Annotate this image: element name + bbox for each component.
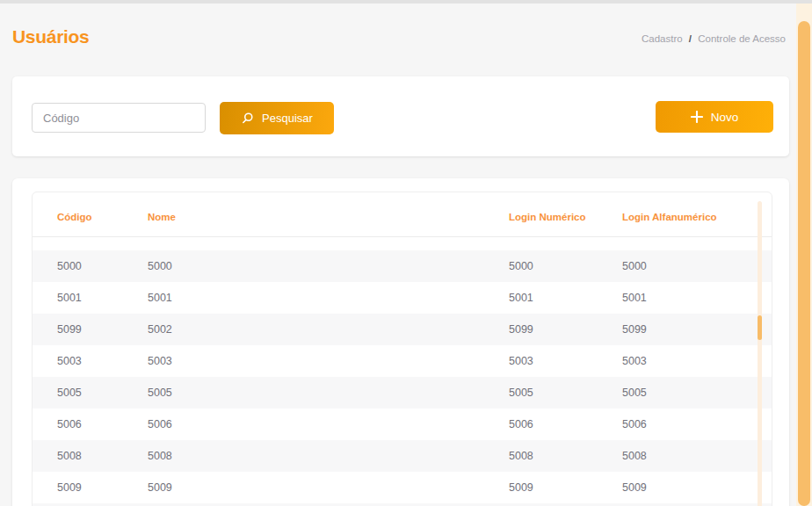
column-header-codigo[interactable]: Código xyxy=(57,212,92,222)
cell-nome: 5008 xyxy=(148,440,172,472)
cell-login-numerico: 5005 xyxy=(509,377,533,408)
table-row[interactable]: 5006 5006 5006 5006 xyxy=(33,408,772,440)
cell-login-alfanumerico: 5005 xyxy=(622,377,647,408)
table-row[interactable]: 5008 5008 5008 5008 xyxy=(33,440,772,472)
cell-login-alfanumerico: 5099 xyxy=(622,314,647,345)
page-title: Usuários xyxy=(12,26,89,47)
table-row[interactable]: 5009 5009 5009 5009 xyxy=(33,472,772,503)
cell-nome: 5009 xyxy=(148,472,172,503)
cell-login-alfanumerico: 5000 xyxy=(622,250,647,282)
users-table-panel: Código Nome Login Numérico Login Alfanum… xyxy=(12,178,789,506)
cell-codigo: 5009 xyxy=(57,472,82,503)
breadcrumb: Cadastro / Controle de Acesso xyxy=(642,33,786,44)
codigo-input[interactable] xyxy=(32,103,206,133)
pesquisar-button[interactable]: Pesquisar xyxy=(220,102,334,134)
pesquisar-button-label: Pesquisar xyxy=(262,112,313,125)
table-scrollbar-thumb[interactable] xyxy=(758,315,762,340)
header-divider xyxy=(33,236,772,237)
cell-codigo: 5099 xyxy=(57,314,82,345)
table-row[interactable]: 5099 5002 5099 5099 xyxy=(33,314,772,345)
breadcrumb-current: Controle de Acesso xyxy=(698,33,786,44)
cell-nome: 5003 xyxy=(148,345,172,377)
top-strip xyxy=(0,0,812,4)
cell-login-numerico: 5001 xyxy=(509,282,533,314)
cell-login-numerico: 5000 xyxy=(509,250,533,282)
cell-nome: 5001 xyxy=(148,282,172,314)
cell-login-numerico: 5009 xyxy=(509,472,533,503)
column-header-login-numerico[interactable]: Login Numérico xyxy=(509,212,586,222)
cell-login-alfanumerico: 5006 xyxy=(622,408,647,440)
cell-login-alfanumerico: 5009 xyxy=(622,472,647,503)
novo-button-label: Novo xyxy=(711,111,739,124)
search-panel: Pesquisar Novo xyxy=(12,76,789,156)
table-body: 5000 5000 5000 5000 5001 5001 5001 5001 … xyxy=(33,250,772,506)
cell-codigo: 5000 xyxy=(57,250,82,282)
table-header: Código Nome Login Numérico Login Alfanum… xyxy=(33,192,772,236)
table-row[interactable]: 5003 5003 5003 5003 xyxy=(33,345,772,377)
page-scrollbar[interactable] xyxy=(796,4,812,506)
cell-login-numerico: 5006 xyxy=(509,408,533,440)
cell-codigo: 5006 xyxy=(57,408,82,440)
cell-nome: 5002 xyxy=(148,314,172,345)
cell-nome: 5005 xyxy=(148,377,172,408)
cell-login-alfanumerico: 5008 xyxy=(622,440,647,472)
table-row[interactable]: 5005 5005 5005 5005 xyxy=(33,377,772,408)
cell-codigo: 5008 xyxy=(57,440,82,472)
novo-button[interactable]: Novo xyxy=(656,101,773,133)
cell-nome: 5006 xyxy=(148,408,172,440)
magnifier-icon xyxy=(241,112,254,125)
column-header-login-alfanumerico[interactable]: Login Alfanumérico xyxy=(622,212,717,222)
cell-codigo: 5003 xyxy=(57,345,82,377)
breadcrumb-separator: / xyxy=(689,33,692,44)
cell-login-numerico: 5099 xyxy=(509,314,533,345)
page-scrollbar-thumb[interactable] xyxy=(798,21,810,506)
column-header-nome[interactable]: Nome xyxy=(148,212,176,222)
breadcrumb-section[interactable]: Cadastro xyxy=(642,33,683,44)
cell-codigo: 5005 xyxy=(57,377,82,408)
table-row[interactable]: 5001 5001 5001 5001 xyxy=(33,282,772,314)
cell-nome: 5000 xyxy=(148,250,172,282)
cell-codigo: 5001 xyxy=(57,282,82,314)
users-table: Código Nome Login Numérico Login Alfanum… xyxy=(32,192,772,506)
table-row[interactable]: 5000 5000 5000 5000 xyxy=(33,250,772,282)
cell-login-alfanumerico: 5003 xyxy=(622,345,647,377)
cell-login-numerico: 5003 xyxy=(509,345,533,377)
table-scrollbar[interactable] xyxy=(758,201,762,506)
plus-icon xyxy=(691,111,703,123)
cell-login-numerico: 5008 xyxy=(509,440,533,472)
cell-login-alfanumerico: 5001 xyxy=(622,282,647,314)
